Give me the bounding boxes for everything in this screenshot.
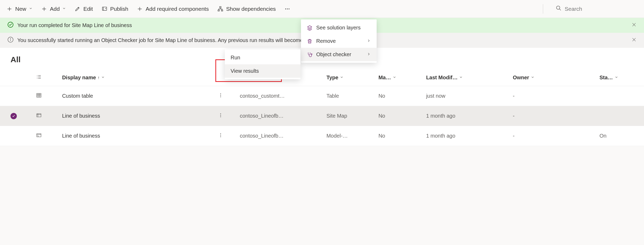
close-notification-button[interactable] — [631, 37, 637, 44]
pencil-icon — [74, 6, 81, 12]
cell-display-name: Line of business — [59, 106, 215, 126]
add-required-components-button[interactable]: Add required components — [137, 6, 209, 12]
plus-icon — [6, 6, 13, 12]
cell-owner: - — [510, 126, 596, 146]
add-button[interactable]: Add — [41, 6, 66, 12]
show-dependencies-button[interactable]: Show dependencies — [217, 6, 276, 12]
cell-type: Model-… — [323, 126, 375, 146]
show-deps-label: Show dependencies — [226, 6, 276, 12]
new-button[interactable]: New — [6, 6, 33, 12]
cell-owner: - — [510, 86, 596, 106]
col-status[interactable]: Sta… — [596, 69, 644, 86]
col-managed[interactable]: Ma… — [375, 69, 423, 86]
row-type-icon — [36, 132, 42, 138]
svg-point-5 — [287, 8, 288, 9]
col-owner[interactable]: Owner — [510, 69, 596, 86]
cell-display-name: Line of business — [59, 126, 215, 146]
plus-icon — [41, 6, 47, 12]
stethoscope-icon — [307, 52, 313, 58]
cell-modified: just now — [423, 86, 510, 106]
menu-object-checker[interactable]: Object checker — [301, 48, 377, 61]
new-label: New — [15, 6, 26, 12]
row-actions-button[interactable] — [218, 133, 223, 139]
chevron-down-icon — [393, 75, 396, 80]
list-view-icon[interactable] — [36, 75, 42, 81]
cell-name: contoso_customt… — [237, 86, 323, 106]
cell-name: contoso_Lineofb… — [237, 126, 323, 146]
svg-point-20 — [220, 133, 221, 134]
col-display-name[interactable]: Display name ↑ — [59, 69, 215, 86]
cell-status — [596, 106, 644, 126]
chevron-down-icon — [29, 7, 33, 11]
svg-point-21 — [220, 135, 221, 136]
notification-info-text: You successfully started running an Obje… — [17, 37, 318, 43]
svg-point-4 — [285, 8, 286, 9]
search-box[interactable] — [552, 3, 638, 14]
table-row[interactable]: Line of business contoso_Lineofb… Model-… — [0, 126, 644, 146]
search-icon — [556, 5, 562, 12]
svg-point-23 — [311, 54, 312, 55]
checkmark-icon[interactable] — [11, 113, 17, 119]
dependencies-icon — [217, 6, 224, 12]
publish-icon — [101, 6, 108, 12]
cell-status: On — [596, 126, 644, 146]
components-table: Display name ↑ Name — [0, 69, 644, 146]
chevron-down-icon — [340, 75, 344, 80]
cell-type: Table — [323, 86, 375, 106]
search-input[interactable] — [565, 6, 633, 12]
cell-owner: - — [510, 106, 596, 126]
plus-icon — [137, 6, 143, 12]
svg-rect-11 — [37, 93, 41, 97]
object-checker-submenu: Run View results — [225, 49, 300, 79]
cell-managed: No — [375, 86, 423, 106]
svg-point-17 — [220, 115, 221, 116]
cell-display-name: Custom table — [59, 86, 215, 106]
cell-managed: No — [375, 126, 423, 146]
cell-modified: 1 month ago — [423, 126, 510, 146]
svg-point-13 — [220, 95, 221, 96]
publish-label: Publish — [110, 6, 128, 12]
row-type-icon — [36, 112, 42, 118]
cell-modified: 1 month ago — [423, 106, 510, 126]
command-bar: New Add Edit Publish Add required compon… — [0, 0, 644, 18]
menu-label: Object checker — [316, 51, 351, 58]
menu-label: Remove — [316, 38, 336, 44]
notification-success-text: Your run completed for Site Map Line of … — [17, 22, 132, 28]
add-label: Add — [50, 6, 60, 12]
col-type[interactable]: Type — [323, 69, 375, 86]
layers-icon — [307, 25, 313, 31]
chevron-down-icon — [62, 7, 66, 11]
publish-button[interactable]: Publish — [101, 6, 128, 12]
submenu-run[interactable]: Run — [225, 51, 300, 64]
col-modified[interactable]: Last Modif… — [423, 69, 510, 86]
svg-rect-0 — [102, 7, 107, 10]
row-type-icon — [36, 92, 42, 98]
chevron-right-icon — [367, 38, 371, 44]
edit-button[interactable]: Edit — [74, 6, 93, 12]
menu-see-solution-layers[interactable]: See solution layers — [301, 21, 377, 34]
svg-rect-2 — [218, 10, 220, 11]
row-actions-button[interactable] — [218, 93, 223, 99]
menu-label: View results — [231, 68, 259, 74]
close-notification-button[interactable] — [631, 22, 637, 29]
svg-rect-3 — [221, 10, 223, 11]
chevron-down-icon — [459, 75, 463, 80]
more-commands-button[interactable] — [284, 6, 290, 12]
menu-remove[interactable]: Remove — [301, 34, 377, 48]
svg-point-14 — [220, 96, 221, 97]
svg-point-22 — [220, 136, 221, 137]
svg-point-6 — [289, 8, 289, 9]
table-row[interactable]: Line of business contoso_Lineofb… Site M… — [0, 106, 644, 126]
edit-label: Edit — [83, 6, 93, 12]
table-row[interactable]: Custom table contoso_customt… Table No j… — [0, 86, 644, 106]
cell-type: Site Map — [323, 106, 375, 126]
cell-managed: No — [375, 106, 423, 126]
cell-name: contoso_Lineofb… — [237, 106, 323, 126]
svg-point-7 — [557, 6, 560, 9]
overflow-menu: See solution layers Remove Object checke… — [301, 19, 377, 63]
menu-label: Run — [231, 55, 240, 61]
svg-rect-19 — [37, 134, 41, 137]
svg-point-10 — [10, 38, 11, 39]
submenu-view-results[interactable]: View results — [225, 64, 300, 78]
row-actions-button[interactable] — [218, 113, 223, 119]
